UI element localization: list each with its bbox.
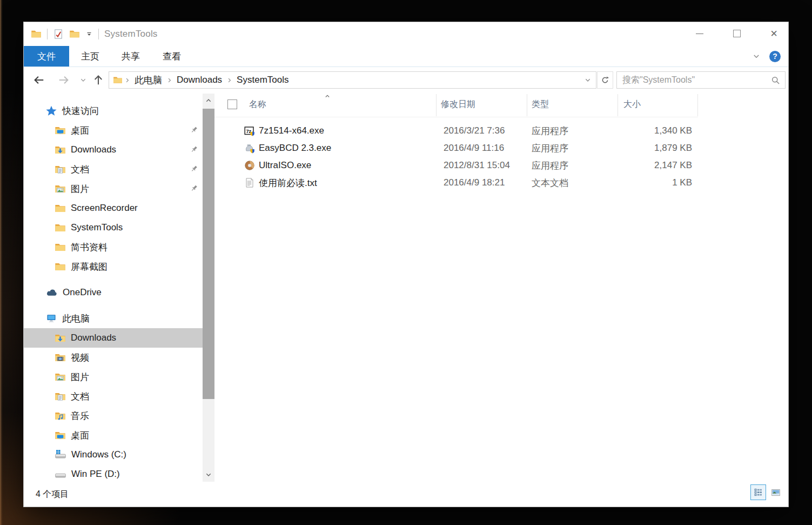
sidebar-scrollbar[interactable] xyxy=(203,94,214,482)
column-header-size[interactable]: 大小 xyxy=(623,99,641,110)
properties-icon[interactable] xyxy=(53,29,64,39)
sidebar-label: 桌面 xyxy=(71,429,89,442)
column-separator[interactable] xyxy=(436,94,437,116)
sidebar-label: 简书资料 xyxy=(71,241,108,254)
maximize-button[interactable] xyxy=(724,25,749,42)
explorer-folder-icon[interactable] xyxy=(31,29,42,39)
column-separator[interactable] xyxy=(618,94,618,116)
sidebar-item-downloads[interactable]: Downloads xyxy=(24,328,203,348)
column-header-type[interactable]: 类型 xyxy=(532,99,549,110)
tab-file[interactable]: 文件 xyxy=(24,46,69,67)
navigation-toolbar: 此电脑 Downloads SystemTools xyxy=(24,67,788,93)
sidebar-label: Win PE (D:) xyxy=(71,469,120,480)
tab-view[interactable]: 查看 xyxy=(153,46,191,67)
toolbar-separator xyxy=(47,29,48,39)
scroll-down-arrow-icon[interactable] xyxy=(203,469,214,481)
address-bar[interactable]: 此电脑 Downloads SystemTools xyxy=(109,71,596,89)
close-icon: ✕ xyxy=(770,28,777,39)
forward-button[interactable] xyxy=(57,74,70,86)
column-separator[interactable] xyxy=(527,94,527,116)
file-type: 文本文档 xyxy=(532,177,568,189)
sidebar-section-onedrive[interactable]: OneDrive xyxy=(24,283,203,302)
recent-locations-dropdown[interactable] xyxy=(77,74,90,86)
file-rows: 7z1514-x64.exe 2016/3/21 7:36 应用程序 1,340… xyxy=(214,117,788,191)
breadcrumb-systemtools[interactable]: SystemTools xyxy=(234,75,291,85)
scrollbar-thumb[interactable] xyxy=(203,109,214,399)
window-body: 快速访问 桌面 Downloads 文档 图片 xyxy=(24,92,788,483)
sidebar-item-systemtools[interactable]: SystemTools xyxy=(24,218,203,237)
up-button[interactable] xyxy=(92,74,105,86)
customize-toolbar-dropdown-icon[interactable] xyxy=(85,30,93,38)
scroll-up-arrow-icon[interactable] xyxy=(203,95,214,107)
sidebar-item-documents-quick[interactable]: 文档 xyxy=(24,160,203,179)
large-icons-view-button[interactable] xyxy=(768,484,783,500)
sidebar-item-pictures[interactable]: 图片 xyxy=(24,367,203,387)
sidebar-label: 屏幕截图 xyxy=(71,261,108,273)
file-list-pane: 名称 修改日期 类型 大小 7z1514-x64.exe 2016/3/21 7… xyxy=(214,92,788,483)
address-dropdown-button[interactable] xyxy=(580,76,596,84)
help-button[interactable]: ? xyxy=(769,51,781,62)
refresh-button[interactable] xyxy=(597,71,613,89)
downloads-folder-icon xyxy=(55,144,66,156)
sidebar-item-pictures-quick[interactable]: 图片 xyxy=(24,179,203,198)
sidebar-item-screenshots[interactable]: 屏幕截图 xyxy=(24,257,203,276)
sidebar-item-music[interactable]: 音乐 xyxy=(24,406,203,426)
sidebar-item-drive-c[interactable]: Windows (C:) xyxy=(24,445,203,464)
sidebar-label: 图片 xyxy=(71,183,89,195)
sidebar-label: OneDrive xyxy=(63,287,102,298)
file-row-easybcd[interactable]: EasyBCD 2.3.exe 2016/4/9 11:16 应用程序 1,87… xyxy=(214,139,788,157)
file-size: 2,147 KB xyxy=(618,160,692,171)
sidebar-item-desktop[interactable]: 桌面 xyxy=(24,426,203,445)
file-explorer-window: SystemTools ✕ 文件 主页 共享 查看 ? 此电脑 Download… xyxy=(23,22,789,507)
ribbon-right-controls: ? xyxy=(752,46,781,67)
folder-icon xyxy=(55,242,66,253)
window-title: SystemTools xyxy=(104,29,158,39)
file-type: 应用程序 xyxy=(532,160,568,172)
tab-share[interactable]: 共享 xyxy=(112,46,150,67)
sidebar-group-gap xyxy=(24,302,203,309)
tab-home[interactable]: 主页 xyxy=(71,46,109,67)
search-input[interactable] xyxy=(617,72,767,88)
close-button[interactable]: ✕ xyxy=(762,25,786,42)
onedrive-cloud-icon xyxy=(45,287,58,299)
column-header-date[interactable]: 修改日期 xyxy=(441,99,475,110)
sidebar-item-downloads-quick[interactable]: Downloads xyxy=(24,140,203,160)
sidebar-section-this-pc[interactable]: 此电脑 xyxy=(24,309,203,328)
file-row-7z1514[interactable]: 7z1514-x64.exe 2016/3/21 7:36 应用程序 1,340… xyxy=(214,122,788,139)
select-all-checkbox[interactable] xyxy=(227,99,237,109)
column-separator[interactable] xyxy=(697,94,698,116)
pin-icon xyxy=(189,126,198,135)
pin-icon xyxy=(189,184,198,194)
sidebar-label: ScreenRecorder xyxy=(71,203,138,214)
file-name: 使用前必读.txt xyxy=(259,177,317,189)
breadcrumb-this-pc[interactable]: 此电脑 xyxy=(132,74,165,87)
minimize-icon xyxy=(696,34,703,34)
sidebar-item-drive-d[interactable]: Win PE (D:) xyxy=(24,464,203,483)
sidebar-section-quick-access[interactable]: 快速访问 xyxy=(24,101,203,121)
sidebar-item-jianshu-files[interactable]: 简书资料 xyxy=(24,237,203,257)
sidebar-item-videos[interactable]: 视频 xyxy=(24,348,203,367)
file-size: 1 KB xyxy=(618,177,692,188)
column-header-row: 名称 修改日期 类型 大小 xyxy=(214,92,698,117)
sidebar-group-gap xyxy=(24,276,203,283)
sidebar-item-screenrecorder[interactable]: ScreenRecorder xyxy=(24,198,203,218)
easybcd-installer-file-icon xyxy=(244,143,255,154)
column-header-name[interactable]: 名称 xyxy=(249,99,266,110)
details-view-button[interactable] xyxy=(750,484,766,500)
breadcrumb-downloads[interactable]: Downloads xyxy=(174,75,225,85)
expand-ribbon-icon[interactable] xyxy=(752,52,761,61)
new-folder-icon[interactable] xyxy=(69,29,80,39)
sidebar-label: 桌面 xyxy=(71,124,89,137)
7zip-installer-file-icon xyxy=(244,125,255,136)
file-row-readme[interactable]: 使用前必读.txt 2016/4/9 18:21 文本文档 1 KB xyxy=(214,174,788,191)
desktop-folder-icon xyxy=(55,430,66,441)
text-file-icon xyxy=(244,177,255,188)
videos-folder-icon xyxy=(55,352,66,363)
back-button[interactable] xyxy=(32,74,45,86)
file-row-ultraiso[interactable]: UltraISO.exe 2012/8/31 15:04 应用程序 2,147 … xyxy=(214,157,788,174)
sidebar-item-desktop-quick[interactable]: 桌面 xyxy=(24,121,203,140)
sidebar-item-documents[interactable]: 文档 xyxy=(24,387,203,406)
minimize-button[interactable] xyxy=(687,25,712,42)
file-size: 1,340 KB xyxy=(618,125,692,136)
sidebar-label: SystemTools xyxy=(71,222,123,233)
